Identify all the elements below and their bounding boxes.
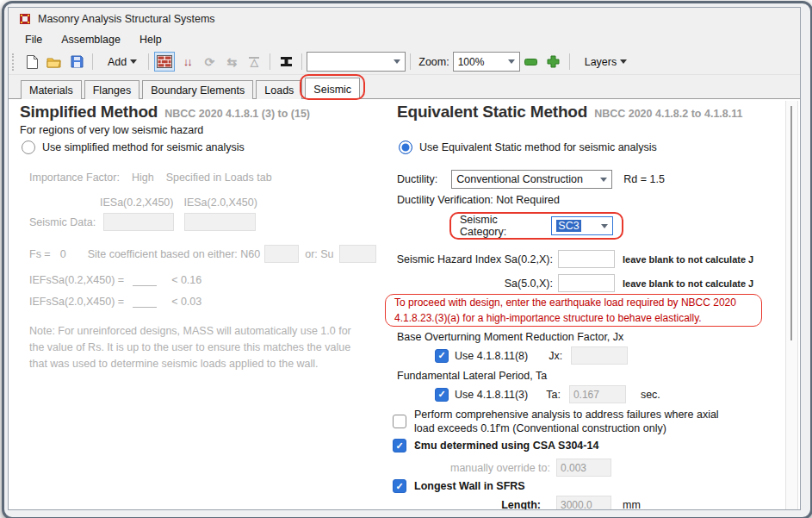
- i-beam-icon: [280, 56, 293, 67]
- chevron-down-icon: [394, 59, 400, 64]
- simplified-subtitle: For regions of very low seismic hazard: [20, 124, 203, 136]
- toolbar-separator: [569, 53, 570, 70]
- sa02-input[interactable]: [558, 250, 615, 268]
- emu-label: Ɛmu determined using CSA S304-14: [414, 440, 598, 452]
- simplified-radio[interactable]: [22, 140, 35, 154]
- menu-assemblage[interactable]: Assemblage: [52, 31, 130, 48]
- column-section-button[interactable]: [276, 52, 296, 72]
- add-dropdown-button[interactable]: Add: [98, 52, 143, 72]
- zoom-value: 100%: [458, 56, 485, 68]
- n60-input: [264, 245, 299, 263]
- ta-section-label: Fundamental Lateral Period, Ta: [397, 370, 547, 382]
- scrollbar-thumb[interactable]: [790, 106, 792, 340]
- layers-dropdown-button[interactable]: Layers: [575, 52, 634, 72]
- app-icon: [18, 12, 32, 26]
- layers-label: Layers: [585, 56, 617, 68]
- window-title: Masonry Analysis Structural Systems: [38, 13, 215, 25]
- site-coefficient-label: Site coefficient based on either: N60: [88, 248, 261, 260]
- menu-file[interactable]: File: [15, 31, 52, 48]
- masonry-wall-button[interactable]: [154, 52, 175, 72]
- support-triangle-icon: △: [249, 57, 259, 67]
- swap-arrows-icon: ⇆: [226, 56, 237, 68]
- title-bar: Masonry Analysis Structural Systems: [9, 8, 800, 29]
- sa50-hint: leave blank to not calculate J: [623, 278, 753, 289]
- longest-wall-checkbox[interactable]: [393, 479, 406, 493]
- save-floppy-icon: [71, 55, 84, 68]
- toolbar: Add ↓↓ ⟳: [9, 49, 800, 75]
- loads-button[interactable]: ↓↓: [177, 52, 197, 72]
- equivalent-radio[interactable]: [399, 140, 412, 154]
- equivalent-code-ref: NBCC 2020 4.1.8.2 to 4.1.8.11: [594, 108, 742, 120]
- iesa20-input: [184, 213, 256, 231]
- simplified-radio-label: Use simplified method for seismic analys…: [42, 141, 245, 153]
- iesa20-column-header: IESa(2.0,X450): [183, 197, 257, 209]
- jx-input: [571, 346, 628, 365]
- zoom-in-plus-icon: [547, 55, 560, 68]
- add-label: Add: [108, 56, 127, 68]
- iefssa02-label: IEFsSa(0.2,X450) =: [29, 274, 124, 286]
- menu-help[interactable]: Help: [130, 31, 171, 48]
- tab-boundary-elements[interactable]: Boundary Elements: [142, 80, 253, 99]
- ductility-value: Conventional Construction: [456, 173, 583, 185]
- zoom-in-button[interactable]: [543, 52, 564, 72]
- chevron-down-icon: [620, 59, 627, 64]
- ductility-verification-status: Ductility Verification: Not Required: [397, 194, 560, 206]
- tab-flanges[interactable]: Flanges: [84, 80, 139, 99]
- equivalent-radio-label: Use Equivalent Static method for seismic…: [419, 141, 657, 153]
- emu-checkbox[interactable]: [393, 439, 406, 452]
- importance-factor-value: High: [132, 172, 154, 184]
- chevron-down-icon: [508, 59, 515, 64]
- jx-checkbox[interactable]: [435, 349, 449, 363]
- iefssa20-blank-value: [133, 296, 157, 308]
- iefssa20-label: IEFsSa(2.0,X450) =: [29, 296, 124, 308]
- ductility-select[interactable]: Conventional Construction: [451, 170, 612, 189]
- manual-override-input: [556, 459, 611, 477]
- sa50-label: Sa(5.0,X):: [393, 278, 553, 290]
- equivalent-static-panel: Equivalent Static Method NBCC 2020 4.1.8…: [393, 99, 782, 510]
- seismic-category-annotation: Seismic Category: SC3: [449, 212, 623, 240]
- jx-field-label: Jx:: [549, 350, 562, 362]
- tab-loads[interactable]: Loads: [256, 80, 302, 99]
- support-button[interactable]: △: [244, 52, 264, 72]
- screenshot-stage: Masonry Analysis Structural Systems File…: [0, 0, 812, 518]
- open-file-button[interactable]: [44, 52, 65, 72]
- seismic-tab-content: Simplified Method NBCC 2020 4.1.8.1 (3) …: [9, 99, 800, 510]
- menu-bar: File Assemblage Help: [9, 29, 800, 49]
- simplified-note: Note: For unreinforced designs, MASS wil…: [29, 323, 367, 371]
- ductility-label: Ductility:: [397, 173, 437, 185]
- simplified-code-ref: NBCC 2020 4.1.8.1 (3) to (15): [164, 108, 310, 120]
- iefssa02-blank-value: [133, 275, 157, 286]
- swap-button[interactable]: ⇆: [221, 52, 242, 72]
- jx-section-label: Base Overturning Moment Reduction Factor…: [397, 331, 623, 343]
- toolbar-separator: [92, 53, 93, 70]
- sa50-input[interactable]: [558, 274, 615, 292]
- open-folder-icon: [46, 56, 62, 68]
- ta-unit: sec.: [641, 389, 660, 401]
- iefssa20-limit: < 0.03: [171, 296, 201, 308]
- chevron-down-icon: [601, 224, 608, 228]
- new-file-button[interactable]: [22, 52, 42, 72]
- rotate-button[interactable]: ⟳: [199, 52, 220, 72]
- longest-wall-label: Longest Wall in SFRS: [414, 480, 525, 492]
- zoom-combobox[interactable]: 100%: [453, 52, 520, 72]
- seismic-category-select[interactable]: SC3: [551, 216, 613, 235]
- app-window: Masonry Analysis Structural Systems File…: [8, 7, 801, 510]
- ta-checkbox[interactable]: [435, 388, 449, 402]
- brick-wall-icon: [157, 55, 172, 68]
- new-file-icon: [26, 55, 38, 69]
- vertical-scrollbar[interactable]: [785, 101, 798, 509]
- tab-seismic[interactable]: Seismic: [305, 78, 360, 99]
- simplified-method-panel: Simplified Method NBCC 2020 4.1.8.1 (3) …: [20, 99, 390, 510]
- toolbar-separator: [148, 53, 149, 70]
- double-down-arrows-icon: ↓↓: [183, 56, 191, 67]
- save-button[interactable]: [66, 52, 87, 72]
- tab-materials[interactable]: Materials: [21, 80, 82, 99]
- rd-value: Rd = 1.5: [623, 173, 665, 185]
- importance-factor-note: Specified in Loads tab: [166, 172, 272, 184]
- comprehensive-analysis-checkbox[interactable]: [393, 415, 406, 428]
- su-input: [339, 245, 376, 263]
- design-warning-text: To proceed with design, enter the earthq…: [394, 295, 753, 326]
- ta-input: [569, 385, 626, 403]
- element-combobox[interactable]: [307, 52, 406, 72]
- zoom-out-button[interactable]: [521, 52, 542, 72]
